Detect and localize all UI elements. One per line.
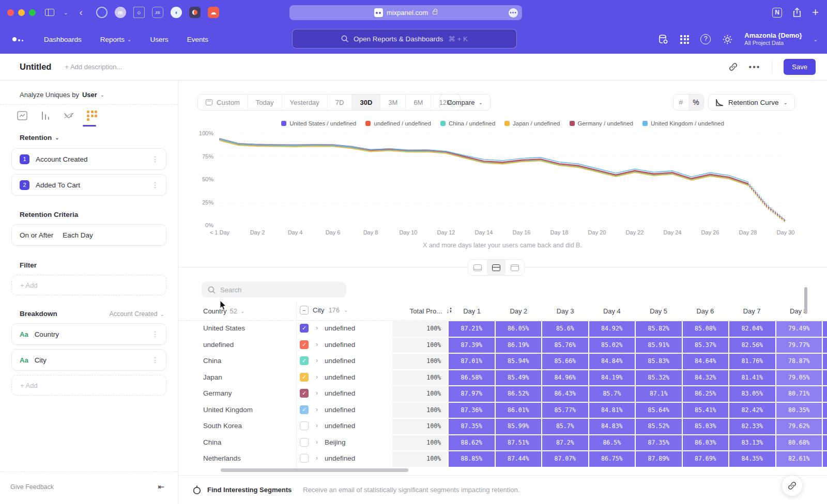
kebab-menu-icon[interactable]: ⋮ — [151, 330, 159, 338]
chevron-down-icon[interactable]: ⌄ — [64, 10, 68, 15]
day-column-header[interactable]: Day 3 — [542, 307, 589, 315]
help-icon[interactable]: ? — [700, 34, 711, 44]
legend-item[interactable]: United Kingdom / undefined — [642, 120, 724, 127]
expand-row-icon[interactable]: › — [316, 438, 318, 446]
retention-cell[interactable]: 86.05% — [496, 321, 542, 337]
table-row[interactable]: Netherlands›undefined100%88.85%87.44%87.… — [178, 451, 827, 467]
retention-cell[interactable]: 84.35% — [729, 451, 775, 467]
retention-cell[interactable]: 85.49% — [496, 370, 542, 386]
nav-users[interactable]: Users — [150, 36, 168, 43]
retention-cell[interactable]: 85.99% — [496, 419, 542, 434]
row-checkbox[interactable]: ✓ — [300, 373, 309, 382]
date-range-3m[interactable]: 3M — [380, 94, 405, 110]
tab-funnels[interactable] — [39, 109, 52, 122]
retention-cell[interactable]: 86.5% — [589, 435, 635, 451]
retention-cell[interactable]: 79.49% — [776, 321, 822, 337]
retention-cell[interactable]: 85.03% — [683, 419, 729, 434]
retention-cell[interactable]: 87.39% — [449, 338, 495, 353]
retention-cell[interactable]: 85.7% — [542, 419, 588, 434]
breakdown-event-dropdown[interactable]: Account Created⌄ — [110, 310, 165, 318]
row-checkbox[interactable]: ✓ — [300, 340, 309, 349]
table-row[interactable]: China✓›undefined100%87.01%85.94%85.66%84… — [178, 353, 827, 370]
row-checkbox[interactable]: ✓ — [300, 356, 309, 365]
more-menu-icon[interactable]: ••• — [749, 62, 761, 72]
step-card-added-to-cart[interactable]: 2 Added To Cart ⋮ — [11, 174, 166, 196]
absolute-values-toggle[interactable]: # — [673, 94, 688, 110]
step-card-account-created[interactable]: 1 Account Created ⋮ — [11, 148, 166, 170]
copy-link-icon[interactable] — [729, 62, 738, 71]
nav-events[interactable]: Events — [187, 36, 208, 43]
retention-cell[interactable]: 81.76% — [729, 354, 775, 369]
collapse-sidebar-icon[interactable]: ⇤ — [158, 482, 164, 492]
retention-cell[interactable]: 85.77% — [542, 403, 588, 418]
day-column-header[interactable]: Day 7 — [729, 307, 775, 315]
retention-cell[interactable]: 87.01% — [449, 354, 495, 369]
expand-row-icon[interactable]: › — [316, 373, 318, 381]
retention-cell[interactable]: 85.91% — [636, 338, 682, 353]
retention-cell[interactable]: 87.89% — [636, 451, 682, 467]
vertical-scrollbar[interactable] — [804, 287, 807, 314]
table-row[interactable]: Germany✓›undefined100%87.97%86.52%86.43%… — [178, 386, 827, 402]
retention-cell[interactable]: 87.44% — [496, 451, 542, 467]
share-link-fab[interactable] — [782, 475, 803, 496]
breakdown-card-country[interactable]: Aa Country ⋮ — [11, 323, 166, 345]
retention-cell[interactable]: 87.07% — [542, 451, 588, 467]
legend-item[interactable]: China / undefined — [440, 120, 495, 127]
legend-item[interactable]: Japan / undefined — [504, 120, 560, 127]
day-column-header[interactable]: Day 4 — [589, 307, 635, 315]
retention-cell[interactable]: 84.64% — [683, 354, 729, 369]
criteria-operator-dropdown[interactable]: On or After — [20, 231, 53, 239]
share-icon[interactable] — [792, 7, 802, 18]
retention-cell[interactable]: 86.43% — [542, 386, 588, 402]
retention-cell[interactable]: 80.35% — [776, 403, 822, 418]
retention-cell[interactable]: 86.01% — [496, 403, 542, 418]
table-row[interactable]: Japan✓›undefined100%86.58%85.49%84.96%84… — [178, 370, 827, 386]
horizontal-scrollbar[interactable] — [221, 468, 408, 472]
retention-cell[interactable]: 85.52% — [636, 419, 682, 434]
table-row[interactable]: China›Beijing100%88.62%87.51%87.2%86.5%8… — [178, 435, 827, 451]
apps-grid-icon[interactable] — [680, 35, 689, 44]
tab-favicon[interactable]: JS — [152, 7, 163, 18]
retention-curve-chart[interactable] — [220, 133, 786, 226]
row-checkbox[interactable]: ✓ — [300, 389, 309, 398]
layout-split-icon[interactable] — [487, 260, 506, 275]
row-checkbox[interactable]: ✓ — [300, 324, 309, 333]
date-range-30d[interactable]: 30D — [351, 94, 380, 110]
give-feedback-link[interactable]: Give Feedback — [10, 483, 54, 491]
retention-cell[interactable]: 82.33% — [729, 419, 775, 434]
legend-item[interactable]: undefined / undefined — [365, 120, 431, 127]
retention-cell[interactable]: 85.83% — [636, 354, 682, 369]
kebab-menu-icon[interactable]: ⋮ — [151, 356, 159, 364]
table-row[interactable]: United Kingdom✓›undefined100%87.36%86.01… — [178, 402, 827, 419]
layout-table-icon[interactable] — [506, 260, 524, 275]
row-checkbox[interactable]: ✓ — [300, 405, 309, 414]
add-breakdown-button[interactable]: + Add — [11, 375, 166, 396]
minimize-window-button[interactable] — [18, 9, 25, 16]
retention-cell[interactable]: 86.52% — [496, 386, 542, 402]
legend-item[interactable]: Germany / undefined — [570, 120, 633, 127]
retention-cell[interactable]: 85.64% — [636, 403, 682, 418]
retention-cell[interactable]: 84.84% — [589, 354, 635, 369]
window-controls[interactable] — [7, 9, 36, 16]
retention-cell[interactable]: 80.71% — [776, 386, 822, 402]
retention-cell[interactable]: 87.51% — [496, 435, 542, 451]
retention-cell[interactable]: 88.62% — [449, 435, 495, 451]
expand-row-icon[interactable]: › — [316, 422, 318, 429]
sidebar-toggle-icon[interactable] — [45, 9, 54, 16]
retention-cell[interactable]: 82.56% — [729, 338, 775, 353]
retention-cell[interactable]: 78.87% — [776, 354, 822, 369]
expand-row-icon[interactable]: › — [316, 454, 318, 462]
row-checkbox[interactable] — [300, 438, 309, 447]
retention-cell[interactable]: 87.35% — [449, 419, 495, 434]
expand-row-icon[interactable]: › — [316, 324, 318, 332]
retention-cell[interactable]: 87.97% — [449, 386, 495, 402]
tab-favicon[interactable]: ☁ — [208, 7, 219, 18]
project-switcher[interactable]: Amazonia {Demo} All Project Data — [744, 32, 802, 47]
tab-insights[interactable] — [16, 109, 29, 122]
nav-reports[interactable]: Reports⌄ — [100, 36, 132, 43]
global-search[interactable]: Open Reports & Dashboards ⌘ + K — [292, 29, 517, 49]
retention-cell[interactable]: 82.42% — [729, 403, 775, 418]
breakdown-card-city[interactable]: Aa City ⋮ — [11, 349, 166, 371]
address-bar[interactable]: mixpanel.com ••• — [289, 5, 522, 20]
retention-section-header[interactable]: Retention⌄ — [20, 134, 59, 141]
